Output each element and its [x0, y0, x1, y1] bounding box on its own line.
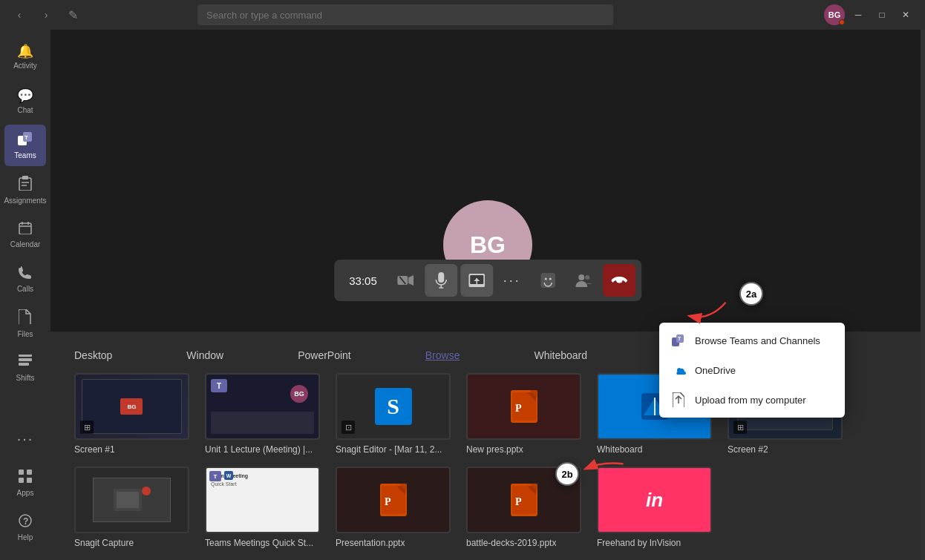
calls-icon [19, 266, 32, 283]
svg-rect-17 [27, 478, 32, 483]
mic-button[interactable] [425, 264, 457, 297]
nav-buttons: ‹ › ✎ [0, 4, 92, 25]
share-item-label: New pres.pptx [466, 444, 523, 455]
sidebar-item-label: Apps [17, 489, 34, 497]
browse-upload[interactable]: Upload from my computer [659, 385, 845, 415]
sidebar: 🔔 Activity 💬 Chat T Teams Assignments Ca… [0, 30, 50, 560]
help-icon: ? [19, 514, 32, 531]
share-item-label: Teams Meetings Quick St... [205, 538, 313, 548]
share-thumb-presentation: P [336, 467, 451, 533]
share-item-presentation[interactable]: P Presentation.pptx [336, 467, 454, 548]
apps-icon [19, 470, 32, 487]
svg-marker-21 [408, 275, 414, 286]
forward-button[interactable]: › [36, 4, 56, 25]
share-item-label: Snagit Editor - [Mar 11, 2... [336, 444, 442, 455]
titlebar: ‹ › ✎ BG ─ □ ✕ [0, 0, 925, 30]
share-item-screen1[interactable]: BG ⊞ Screen #1 [74, 373, 193, 455]
share-item-snagit[interactable]: S ⊡ Snagit Editor - [Mar 11, 2... [336, 373, 454, 455]
participants-button[interactable] [567, 264, 600, 297]
video-button[interactable] [389, 264, 422, 297]
sidebar-item-calls[interactable]: Calls [4, 258, 46, 300]
share-thumb-new-pres: P [466, 373, 581, 440]
search-input[interactable] [206, 10, 604, 21]
sidebar-item-more[interactable]: ··· [4, 418, 46, 459]
svg-point-33 [578, 274, 584, 280]
main-layout: 🔔 Activity 💬 Chat T Teams Assignments Ca… [0, 30, 925, 560]
call-timer: 33:05 [340, 274, 386, 287]
sidebar-item-shifts[interactable]: Shifts [4, 347, 46, 389]
browse-onedrive[interactable]: OneDrive [659, 355, 845, 385]
close-button[interactable]: ✕ [895, 4, 916, 25]
upload-icon [671, 392, 686, 407]
browse-teams-channels[interactable]: T Browse Teams and Channels [659, 326, 845, 355]
compose-button[interactable]: ✎ [62, 4, 83, 25]
share-item-new-pres[interactable]: P New pres.pptx [466, 373, 585, 455]
reactions-button[interactable] [532, 264, 564, 297]
share-item-label: Freehand by InVision [597, 538, 681, 548]
sidebar-item-apps[interactable]: Apps [4, 462, 46, 504]
activity-icon: 🔔 [17, 43, 33, 59]
category-window: Window [186, 349, 223, 361]
more-icon: ··· [17, 430, 34, 447]
category-desktop: Desktop [74, 349, 112, 361]
share-item-label: Screen #2 [728, 444, 768, 455]
maximize-button[interactable]: □ [872, 4, 892, 25]
browse-onedrive-label: OneDrive [695, 365, 736, 376]
end-call-button[interactable] [603, 264, 635, 297]
call-overlay: BG 33:05 ··· [50, 30, 925, 560]
svg-point-43 [142, 487, 151, 495]
share-item-label: Presentation.pptx [336, 538, 405, 548]
onedrive-icon [671, 363, 686, 378]
svg-point-31 [544, 278, 546, 280]
category-powerpoint: PowerPoint [298, 349, 351, 361]
sidebar-item-calendar[interactable]: Calendar [4, 214, 46, 255]
share-item-label: battle-decks-2019.pptx [466, 538, 556, 548]
share-screen-button[interactable] [460, 264, 493, 297]
share-item-label: Unit 1 Lecture (Meeting) |... [205, 444, 313, 455]
screen2-icon: ⊞ [733, 421, 747, 434]
svg-text:P: P [515, 403, 522, 414]
svg-text:P: P [385, 496, 391, 507]
share-item-unit1[interactable]: BG T Unit 1 Lecture (Meeting) |... [205, 373, 324, 455]
share-thumb-snagit-capture [74, 467, 189, 533]
avatar[interactable]: BG [824, 4, 845, 25]
svg-rect-23 [438, 272, 444, 283]
svg-text:P: P [515, 496, 522, 507]
svg-text:T: T [678, 336, 682, 341]
chat-icon: 💬 [17, 88, 33, 104]
sidebar-item-label: Help [18, 533, 33, 541]
back-button[interactable]: ‹ [9, 4, 30, 25]
svg-rect-11 [19, 358, 32, 361]
annotation-badge-2b: 2b [555, 462, 579, 486]
svg-rect-16 [19, 478, 24, 483]
category-browse[interactable]: Browse [425, 349, 460, 361]
scrollbar[interactable] [921, 30, 925, 560]
browse-teams-label: Browse Teams and Channels [695, 335, 820, 346]
screen-share-icon: ⊡ [341, 421, 355, 434]
share-item-label: Screen #1 [74, 444, 115, 455]
more-options-button[interactable]: ··· [496, 264, 529, 297]
titlebar-right: BG ─ □ ✕ [824, 4, 925, 25]
sidebar-item-help[interactable]: ? Help [4, 507, 46, 548]
svg-text:?: ? [23, 516, 28, 527]
svg-rect-42 [117, 492, 139, 508]
minimize-button[interactable]: ─ [848, 4, 869, 25]
sidebar-item-teams[interactable]: T Teams [4, 125, 46, 166]
call-controls: 33:05 ··· [334, 260, 641, 301]
screen-icon: ⊞ [80, 421, 94, 434]
ppt-icon: P [511, 390, 537, 423]
share-item-teams-quick[interactable]: Teams Meeting Quick Start T W Teams Meet… [205, 467, 324, 548]
share-item-snagit-capture[interactable]: Snagit Capture [74, 467, 193, 548]
sidebar-item-files[interactable]: Files [4, 303, 46, 344]
sidebar-bottom: ··· Apps ? Help [4, 418, 46, 554]
svg-rect-12 [19, 363, 29, 366]
browse-dropdown: T Browse Teams and Channels OneDrive Upl… [659, 323, 845, 418]
sidebar-item-activity[interactable]: 🔔 Activity [4, 36, 46, 77]
sidebar-item-assignments[interactable]: Assignments [4, 169, 46, 211]
shifts-icon [19, 355, 32, 372]
svg-rect-14 [19, 470, 24, 475]
sidebar-item-label: Chat [17, 106, 33, 114]
search-bar [197, 4, 613, 25]
sidebar-item-chat[interactable]: 💬 Chat [4, 80, 46, 122]
share-thumb-screen1: BG ⊞ [74, 373, 189, 440]
